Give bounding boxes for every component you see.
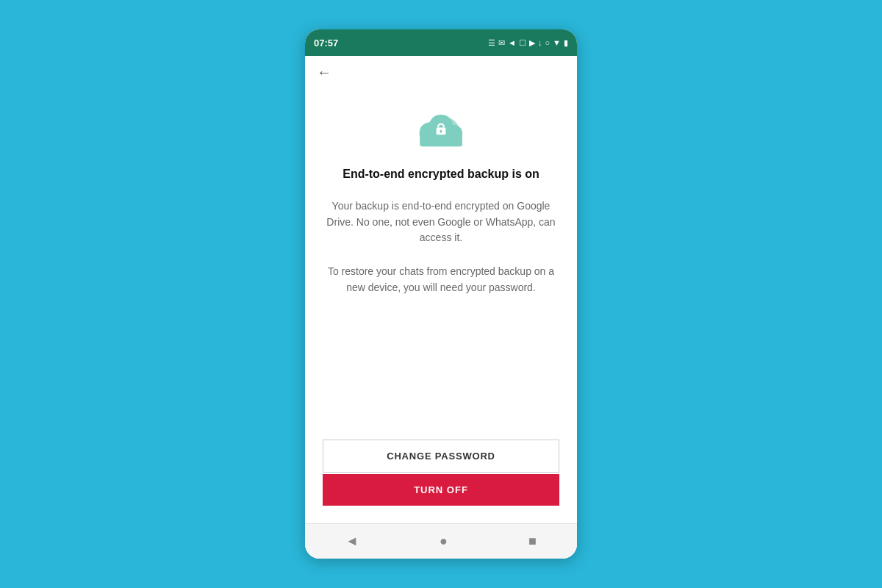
mic-icon: ↓ <box>538 38 542 47</box>
notification-icon: ☰ <box>488 38 495 48</box>
main-content: End-to-end encrypted backup is on Your b… <box>305 88 577 523</box>
nfc-icon: ☐ <box>519 38 526 48</box>
back-nav-icon[interactable]: ◄ <box>345 534 359 549</box>
description-text-1: Your backup is end-to-end encrypted on G… <box>323 198 559 246</box>
cloud-icon-wrapper <box>412 103 470 153</box>
turn-off-button[interactable]: TURN OFF <box>323 474 559 506</box>
buttons-area: CHANGE PASSWORD TURN OFF <box>323 440 559 512</box>
battery-icon: ▮ <box>564 38 568 48</box>
status-icons: ☰ ✉ ◄ ☐ ▶ ↓ ○ ▼ ▮ <box>488 38 568 48</box>
change-password-button[interactable]: CHANGE PASSWORD <box>323 440 559 473</box>
encrypted-backup-icon <box>412 103 470 153</box>
content-area: ← <box>305 56 577 559</box>
svg-rect-10 <box>440 131 442 132</box>
description-block-2: To restore your chats from encrypted bac… <box>323 264 559 295</box>
top-nav: ← <box>305 56 577 88</box>
description-block-1: Your backup is end-to-end encrypted on G… <box>323 198 559 246</box>
back-button[interactable]: ← <box>317 65 331 79</box>
home-nav-icon[interactable]: ● <box>440 534 448 549</box>
navigation-icon: ◄ <box>508 38 516 47</box>
status-time: 07:57 <box>314 37 338 49</box>
page-heading: End-to-end encrypted backup is on <box>343 168 539 181</box>
recent-nav-icon[interactable]: ■ <box>528 534 537 549</box>
play-icon: ▶ <box>529 38 535 48</box>
description-text-2: To restore your chats from encrypted bac… <box>323 264 559 295</box>
bottom-nav: ◄ ● ■ <box>305 523 577 559</box>
signal-icon: ○ <box>545 38 550 47</box>
message-icon: ✉ <box>498 38 505 48</box>
status-bar: 07:57 ☰ ✉ ◄ ☐ ▶ ↓ ○ ▼ ▮ <box>305 29 577 56</box>
wifi-icon: ▼ <box>553 38 561 47</box>
phone-frame: 07:57 ☰ ✉ ◄ ☐ ▶ ↓ ○ ▼ ▮ ← <box>305 29 577 559</box>
